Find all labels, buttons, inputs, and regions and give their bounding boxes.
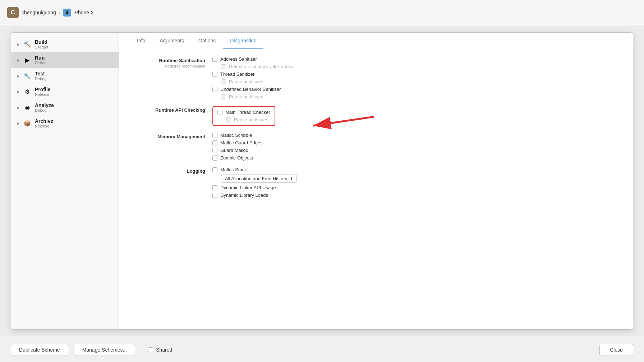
guard-malloc-row: Guard Malloc bbox=[212, 148, 618, 153]
detect-stack-row: Detect use of stack after return bbox=[212, 64, 618, 69]
zombie-objects-row: Zombie Objects bbox=[212, 155, 618, 161]
allocation-dropdown[interactable]: All Allocation and Free History ⬍ bbox=[221, 175, 297, 183]
shared-checkbox[interactable] bbox=[148, 347, 153, 352]
top-bar: C chenghuiguang › 📱 iPhone X bbox=[0, 0, 644, 25]
device-breadcrumb: 📱 iPhone X bbox=[63, 9, 94, 17]
dynamic-linker-checkbox[interactable] bbox=[212, 185, 217, 190]
sidebar-build-sub: 1 target bbox=[35, 45, 113, 49]
test-arrow-icon: ▶ bbox=[17, 74, 20, 78]
address-sanitizer-row: Address Sanitizer bbox=[212, 56, 618, 62]
main-thread-pause-row: Pause on issues bbox=[217, 117, 270, 122]
test-icon: 🔧 bbox=[23, 72, 31, 80]
device-name: iPhone X bbox=[73, 10, 94, 15]
malloc-guard-checkbox[interactable] bbox=[212, 140, 217, 145]
bottom-bar: Duplicate Scheme Manage Schemes... Share… bbox=[0, 337, 644, 362]
main-thread-checker-checkbox[interactable] bbox=[217, 110, 222, 115]
sidebar-profile-sub: Release bbox=[35, 92, 113, 97]
shared-row: Shared bbox=[148, 347, 172, 353]
main-content: ▶ 🔨 Build 1 target ▶ ▶ Run Debug bbox=[0, 25, 644, 337]
sidebar-archive-sub: Release bbox=[35, 124, 113, 128]
sidebar-run-sub: Debug bbox=[35, 61, 113, 65]
malloc-stack-label: Malloc Stack bbox=[220, 167, 247, 172]
breadcrumb-separator: › bbox=[59, 10, 61, 15]
shared-label: Shared bbox=[156, 347, 172, 353]
runtime-sanitization-content: Address Sanitizer Detect use of stack af… bbox=[212, 56, 618, 99]
sidebar-analyze-sub: Debug bbox=[35, 108, 113, 112]
malloc-guard-row: Malloc Guard Edges bbox=[212, 140, 618, 145]
malloc-stack-checkbox[interactable] bbox=[212, 167, 217, 172]
malloc-scribble-checkbox[interactable] bbox=[212, 133, 217, 138]
undefined-pause-row: Pause on issues bbox=[212, 94, 618, 99]
sidebar-item-build[interactable]: ▶ 🔨 Build 1 target bbox=[11, 36, 119, 52]
sidebar-build-text: Build 1 target bbox=[35, 39, 113, 49]
run-icon: ▶ bbox=[23, 56, 31, 64]
undefined-sanitizer-label: Undefined Behavior Sanitizer bbox=[220, 87, 281, 92]
thread-pause-row: Pause on issues bbox=[212, 79, 618, 84]
sidebar-item-analyze[interactable]: ▶ ◉ Analyze Debug bbox=[11, 99, 119, 115]
malloc-scribble-label: Malloc Scribble bbox=[220, 133, 252, 138]
run-arrow-icon: ▶ bbox=[17, 58, 20, 62]
sidebar-run-text: Run Debug bbox=[35, 55, 113, 65]
zombie-objects-checkbox[interactable] bbox=[212, 156, 217, 161]
memory-management-content: Malloc Scribble Malloc Guard Edges Guard… bbox=[212, 133, 618, 161]
memory-management-section: Memory Management Malloc Scribble Malloc… bbox=[133, 133, 618, 161]
runtime-api-content: Main Thread Checker Pause on issues bbox=[212, 106, 618, 126]
malloc-stack-row: Malloc Stack bbox=[212, 167, 618, 172]
guard-malloc-checkbox[interactable] bbox=[212, 148, 217, 153]
dynamic-library-checkbox[interactable] bbox=[212, 193, 217, 198]
tab-diagnostics[interactable]: Diagnostics bbox=[223, 33, 263, 49]
guard-malloc-label: Guard Malloc bbox=[220, 148, 248, 153]
project-icon: C bbox=[7, 7, 19, 18]
runtime-api-section: Runtime API Checking Main Thread Checker bbox=[133, 106, 618, 126]
logging-section: Logging Malloc Stack All Allocation and … bbox=[133, 167, 618, 198]
address-sanitizer-label: Address Sanitizer bbox=[220, 56, 257, 62]
tab-arguments[interactable]: Arguments bbox=[152, 33, 191, 49]
manage-schemes-button[interactable]: Manage Schemes... bbox=[74, 344, 135, 356]
sidebar-item-profile[interactable]: ▶ ⚙ Profile Release bbox=[11, 84, 119, 99]
dynamic-linker-label: Dynamic Linker API Usage bbox=[220, 185, 276, 190]
sidebar-item-run[interactable]: ▶ ▶ Run Debug bbox=[11, 52, 119, 68]
sidebar-archive-text: Archive Release bbox=[35, 118, 113, 128]
address-sanitizer-checkbox[interactable] bbox=[212, 57, 217, 62]
thread-pause-label: Pause on issues bbox=[229, 79, 263, 84]
thread-pause-checkbox[interactable] bbox=[221, 79, 226, 84]
sidebar-item-archive[interactable]: ▶ 📦 Archive Release bbox=[11, 115, 119, 131]
sidebar: ▶ 🔨 Build 1 target ▶ ▶ Run Debug bbox=[11, 33, 119, 329]
dialog-body: ▶ 🔨 Build 1 target ▶ ▶ Run Debug bbox=[11, 33, 633, 329]
malloc-guard-label: Malloc Guard Edges bbox=[220, 140, 263, 145]
sidebar-test-sub: Debug bbox=[35, 76, 113, 81]
arrow-icon: ▶ bbox=[17, 42, 20, 46]
undefined-pause-label: Pause on issues bbox=[229, 94, 263, 99]
logging-label: Logging bbox=[133, 167, 212, 174]
detect-stack-checkbox[interactable] bbox=[221, 64, 226, 69]
undefined-pause-checkbox[interactable] bbox=[221, 94, 226, 99]
allocation-dropdown-value: All Allocation and Free History bbox=[225, 176, 287, 181]
zombie-objects-label: Zombie Objects bbox=[220, 155, 253, 161]
undefined-sanitizer-checkbox[interactable] bbox=[212, 87, 217, 92]
close-button[interactable]: Close bbox=[599, 344, 633, 356]
sidebar-analyze-text: Analyze Debug bbox=[35, 102, 113, 112]
runtime-api-label: Runtime API Checking bbox=[133, 106, 212, 113]
sidebar-test-label: Test bbox=[35, 71, 113, 76]
analyze-icon: ◉ bbox=[23, 103, 31, 111]
sidebar-build-label: Build bbox=[35, 39, 113, 45]
detect-stack-label: Detect use of stack after return bbox=[229, 64, 293, 69]
thread-sanitizer-row: Thread Sanitizer bbox=[212, 71, 618, 77]
undefined-sanitizer-row: Undefined Behavior Sanitizer bbox=[212, 87, 618, 92]
settings-panel: Runtime Sanitization Requires recompilat… bbox=[119, 49, 633, 329]
tab-options[interactable]: Options bbox=[191, 33, 223, 49]
sidebar-test-text: Test Debug bbox=[35, 71, 113, 81]
main-thread-checker-label: Main Thread Checker bbox=[225, 110, 270, 115]
sidebar-item-test[interactable]: ▶ 🔧 Test Debug bbox=[11, 68, 119, 84]
profile-arrow-icon: ▶ bbox=[17, 90, 20, 94]
main-thread-pause-checkbox[interactable] bbox=[226, 117, 231, 122]
dynamic-linker-row: Dynamic Linker API Usage bbox=[212, 185, 618, 190]
sidebar-profile-label: Profile bbox=[35, 87, 113, 92]
duplicate-scheme-button[interactable]: Duplicate Scheme bbox=[11, 344, 68, 356]
archive-arrow-icon: ▶ bbox=[17, 121, 20, 125]
tab-info[interactable]: Info bbox=[130, 33, 152, 49]
main-thread-checker-row: Main Thread Checker bbox=[217, 110, 270, 115]
thread-sanitizer-checkbox[interactable] bbox=[212, 72, 217, 77]
malloc-scribble-row: Malloc Scribble bbox=[212, 133, 618, 138]
highlight-container: Main Thread Checker Pause on issues bbox=[212, 106, 618, 126]
